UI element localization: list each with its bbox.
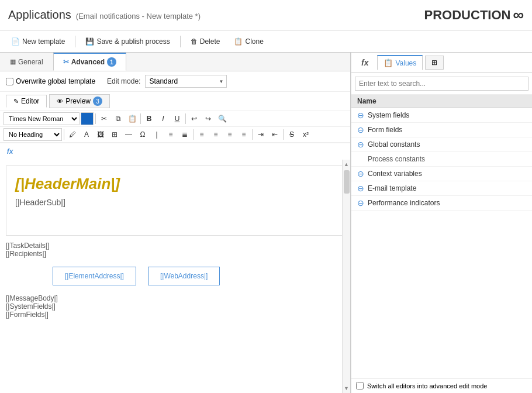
fmt-sep-5	[193, 129, 194, 140]
options-row: Overwrite global template Edit mode: Sta…	[0, 71, 350, 92]
fmt-sep-7	[283, 129, 284, 140]
advanced-edit-checkbox[interactable]	[356, 382, 364, 389]
tab-advanced[interactable]: ✂ Advanced 1	[53, 53, 126, 71]
fmt-sep-6	[252, 129, 253, 140]
values-icon: 📋	[384, 58, 393, 67]
edit-mode-select[interactable]: Standard Advanced	[145, 75, 227, 88]
right-tab-table[interactable]: ⊞	[425, 56, 444, 70]
toolbar-sep-2	[180, 36, 181, 47]
main-toolbar: 📄 New template 💾 Save & publish process …	[0, 30, 532, 53]
indent-decrease-button[interactable]: ⇤	[268, 128, 281, 141]
align-justify-button[interactable]: ≡	[237, 128, 250, 141]
editor-scrollbar: ▲ ▼	[342, 160, 350, 393]
editor-icon: ✎	[13, 98, 19, 105]
indent-increase-button[interactable]: ⇥	[254, 128, 267, 141]
list-unordered-button[interactable]: ≡	[164, 128, 177, 141]
editor-area[interactable]: [|HeaderMain|] [|HeaderSub|] [|TaskDetai…	[0, 160, 350, 393]
align-center-button[interactable]: ≡	[209, 128, 222, 141]
find-button[interactable]: 🔍	[216, 112, 229, 125]
redo-button[interactable]: ↪	[202, 112, 215, 125]
hr-button[interactable]: —	[122, 128, 135, 141]
tab-editor[interactable]: ✎ Editor	[6, 95, 47, 108]
delete-icon: 🗑	[191, 37, 198, 46]
highlight-button[interactable]: 🖊	[66, 128, 79, 141]
advanced-icon: ✂	[63, 58, 69, 66]
save-publish-button[interactable]: 💾 Save & publish process	[80, 35, 175, 48]
list-ordered-button[interactable]: ≣	[178, 128, 191, 141]
app-subtitle: (Email notifications - New template *)	[76, 12, 201, 20]
copy-button[interactable]: ⧉	[112, 112, 125, 125]
color-picker[interactable]	[81, 112, 94, 125]
web-address-button[interactable]: [|WebAddress|]	[148, 267, 220, 285]
undo-button[interactable]: ↩	[188, 112, 201, 125]
expand-context-icon: ⊖	[357, 170, 364, 178]
field-item-process-constants[interactable]: Process constants	[351, 152, 532, 167]
align-right-button[interactable]: ≡	[223, 128, 236, 141]
table-button[interactable]: ⊞	[108, 128, 121, 141]
fx-button[interactable]: fx	[355, 55, 375, 70]
app-title: Applications	[8, 8, 71, 22]
search-input[interactable]	[355, 77, 528, 91]
indent-button[interactable]: |	[150, 128, 163, 141]
fields-list: Name ⊖ System fields ⊖ Form fields ⊖ Glo…	[351, 95, 532, 378]
scroll-down-arrow[interactable]: ▼	[344, 385, 349, 391]
element-address-button[interactable]: [|ElementAddress|]	[53, 267, 136, 285]
message-fields-area: [|MessageBody|] [|SystemFields|] [|FormF…	[6, 294, 344, 319]
formula-button[interactable]: fx	[4, 145, 16, 158]
new-template-button[interactable]: 📄 New template	[6, 35, 70, 48]
clone-button[interactable]: 📋 Clone	[229, 35, 268, 48]
general-icon: ▦	[10, 58, 16, 66]
recipients-text: [|Recipients|]	[6, 250, 344, 258]
overwrite-checkbox[interactable]	[6, 78, 13, 85]
field-item-context-variables[interactable]: ⊖ Context variables	[351, 167, 532, 181]
field-item-system-fields[interactable]: ⊖ System fields	[351, 108, 532, 123]
subscript-button[interactable]: x²	[299, 128, 312, 141]
scroll-up-arrow[interactable]: ▲	[342, 160, 350, 169]
paste-button[interactable]: 📋	[126, 112, 139, 125]
field-item-form-fields[interactable]: ⊖ Form fields	[351, 123, 532, 137]
scroll-thumb[interactable]	[344, 170, 350, 194]
fmt-sep-4	[64, 129, 64, 140]
toolbar-sep-1	[75, 36, 75, 47]
template-buttons-row: [|ElementAddress|] [|WebAddress|]	[6, 267, 344, 285]
tabs-row: ▦ General ✂ Advanced 1	[0, 53, 350, 71]
align-left-button[interactable]: ≡	[195, 128, 208, 141]
fields-header: Name	[351, 95, 532, 108]
italic-button[interactable]: I	[157, 112, 170, 125]
expand-form-icon: ⊖	[357, 126, 364, 134]
font-color-button[interactable]: A	[80, 128, 93, 141]
preview-icon: 👁	[57, 98, 63, 105]
expand-system-icon: ⊖	[357, 111, 364, 119]
table-icon: ⊞	[431, 58, 437, 67]
font-family-select[interactable]: Times New Roman Arial Verdana	[4, 112, 80, 125]
formatting-toolbar-2: No Heading Heading 1 Heading 2 Heading 3…	[0, 127, 350, 143]
tab-preview[interactable]: 👁 Preview 3	[49, 94, 110, 108]
right-tab-values[interactable]: 📋 Values	[377, 55, 423, 70]
field-item-performance-indicators[interactable]: ⊖ Performance indicators	[351, 196, 532, 211]
bold-button[interactable]: B	[143, 112, 156, 125]
underline-button[interactable]: U	[171, 112, 184, 125]
edit-mode-label: Edit mode:	[107, 77, 140, 85]
editor-area-wrapper: [|HeaderMain|] [|HeaderSub|] [|TaskDetai…	[0, 160, 350, 393]
message-body-text: [|MessageBody|]	[6, 294, 344, 302]
editor-content-box: [|HeaderMain|] [|HeaderSub|]	[6, 166, 344, 236]
form-fields-text: [|FormFields|]	[6, 311, 344, 319]
heading-select[interactable]: No Heading Heading 1 Heading 2 Heading 3	[4, 128, 62, 141]
formatting-toolbar-1: Times New Roman Arial Verdana ✂ ⧉ 📋 B I …	[0, 111, 350, 127]
advanced-edit-label: Switch all editors into advanced edit mo…	[367, 382, 487, 389]
expand-email-icon: ⊖	[357, 184, 364, 192]
clone-icon: 📋	[234, 37, 243, 46]
cut-button[interactable]: ✂	[98, 112, 110, 125]
overwrite-checkbox-label[interactable]: Overwrite global template	[6, 77, 95, 85]
strikethrough-button[interactable]: S	[285, 128, 298, 141]
delete-button[interactable]: 🗑 Delete	[185, 35, 226, 48]
right-panel: fx 📋 Values ⊞ Name ⊖ System fields ⊖ For…	[351, 53, 532, 393]
app-title-area: Applications (Email notifications - New …	[8, 8, 201, 22]
field-item-global-constants[interactable]: ⊖ Global constants	[351, 137, 532, 152]
edit-mode-select-wrapper: Standard Advanced	[145, 75, 227, 88]
field-item-email-template[interactable]: ⊖ E-mail template	[351, 181, 532, 196]
editor-tabs-row: ✎ Editor 👁 Preview 3	[0, 92, 350, 111]
image-button[interactable]: 🖼	[94, 128, 107, 141]
tab-general[interactable]: ▦ General	[0, 53, 53, 71]
special-chars-button[interactable]: Ω	[136, 128, 149, 141]
